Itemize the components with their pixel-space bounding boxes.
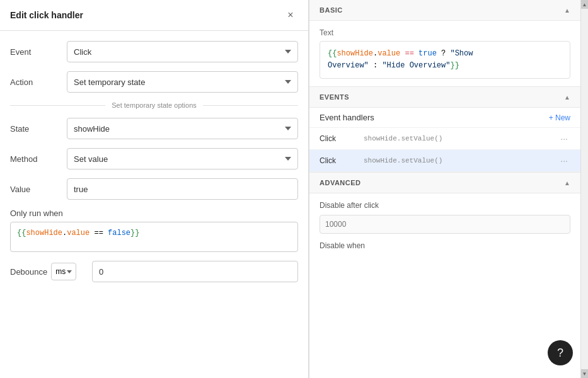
handler-1-code: showHide.setValue() bbox=[364, 135, 558, 142]
state-select[interactable]: showHide bbox=[67, 118, 298, 139]
debounce-label: Debounce bbox=[10, 267, 47, 277]
right-panel: BASIC ▲ Text {{showHide.value == true ? … bbox=[309, 0, 588, 378]
debounce-row: Debounce ms bbox=[10, 261, 298, 282]
divider-line-right bbox=[203, 105, 298, 106]
events-section: EVENTS ▲ Event handlers + New Click show… bbox=[309, 87, 580, 173]
modal-header: Edit click handler × bbox=[0, 0, 308, 31]
advanced-section-header[interactable]: ADVANCED ▲ bbox=[309, 173, 580, 193]
divider-line-left bbox=[10, 105, 105, 106]
handler-2-menu-button[interactable]: ··· bbox=[558, 156, 570, 166]
new-event-handler-button[interactable]: + New bbox=[549, 113, 570, 122]
value-label: Value bbox=[10, 185, 67, 194]
basic-section-header[interactable]: BASIC ▲ bbox=[309, 0, 580, 21]
handler-2-event: Click bbox=[320, 156, 364, 165]
state-label: State bbox=[10, 124, 67, 134]
debounce-label-group: Debounce ms bbox=[10, 263, 92, 280]
advanced-section-title: ADVANCED bbox=[320, 179, 361, 186]
event-handlers-header: Event handlers + New bbox=[309, 108, 580, 128]
event-label: Event bbox=[10, 47, 67, 57]
event-row: Event Click bbox=[10, 41, 298, 62]
handler-row-2: Click showHide.setValue() ··· bbox=[309, 150, 580, 172]
handler-1-event: Click bbox=[320, 134, 364, 143]
events-chevron-icon: ▲ bbox=[564, 94, 570, 101]
scrollbar-down-button[interactable]: ▼ bbox=[581, 369, 589, 378]
only-run-section: Only run when {{showHide.value == false}… bbox=[10, 209, 298, 252]
disable-when-label: Disable when bbox=[320, 241, 570, 250]
action-row: Action Set temporary state bbox=[10, 71, 298, 93]
basic-chevron-icon: ▲ bbox=[564, 7, 570, 14]
advanced-chevron-icon: ▲ bbox=[564, 180, 570, 186]
value-row: Value bbox=[10, 178, 298, 200]
events-section-header: EVENTS ▲ bbox=[309, 87, 580, 108]
divider-section: Set temporary state options bbox=[10, 101, 298, 109]
state-row: State showHide bbox=[10, 118, 298, 139]
handler-2-code: showHide.setValue() bbox=[364, 157, 558, 164]
only-run-code-display[interactable]: {{showHide.value == false}} bbox=[10, 222, 298, 252]
divider-label: Set temporary state options bbox=[112, 101, 197, 109]
scrollbar-track: ▲ ▼ bbox=[580, 0, 588, 378]
event-select[interactable]: Click bbox=[67, 41, 298, 62]
method-row: Method Set value bbox=[10, 148, 298, 169]
modal-title: Edit click handler bbox=[10, 10, 83, 20]
disable-after-click-label: Disable after click bbox=[320, 201, 570, 210]
only-run-label: Only run when bbox=[10, 209, 298, 218]
advanced-section: ADVANCED ▲ Disable after click Disable w… bbox=[309, 173, 580, 258]
method-select[interactable]: Set value bbox=[67, 148, 298, 169]
basic-section-body: Text {{showHide.value == true ? "Show Ov… bbox=[309, 21, 580, 87]
close-button[interactable]: × bbox=[283, 8, 298, 23]
debounce-unit-select[interactable]: ms bbox=[51, 263, 76, 280]
disable-after-input[interactable] bbox=[320, 215, 570, 234]
text-label: Text bbox=[320, 28, 570, 37]
events-section-title: EVENTS bbox=[320, 93, 349, 101]
debounce-input[interactable] bbox=[92, 261, 298, 282]
modal-body: Event Click Action Set temporary state S… bbox=[0, 31, 308, 378]
method-label: Method bbox=[10, 154, 67, 164]
text-code-block[interactable]: {{showHide.value == true ? "Show Overvie… bbox=[320, 41, 570, 79]
scrollbar-up-button[interactable]: ▲ bbox=[581, 0, 589, 9]
right-content: BASIC ▲ Text {{showHide.value == true ? … bbox=[309, 0, 580, 378]
handler-row-1: Click showHide.setValue() ··· bbox=[309, 128, 580, 150]
edit-click-handler-modal: Edit click handler × Event Click Action … bbox=[0, 0, 309, 378]
event-handlers-label: Event handlers bbox=[320, 113, 374, 122]
advanced-body: Disable after click Disable when bbox=[309, 193, 580, 258]
help-button[interactable]: ? bbox=[548, 340, 573, 365]
basic-section-title: BASIC bbox=[320, 6, 343, 14]
value-input[interactable] bbox=[67, 178, 298, 200]
handler-1-menu-button[interactable]: ··· bbox=[558, 134, 570, 144]
action-select[interactable]: Set temporary state bbox=[67, 71, 298, 93]
action-label: Action bbox=[10, 77, 67, 87]
